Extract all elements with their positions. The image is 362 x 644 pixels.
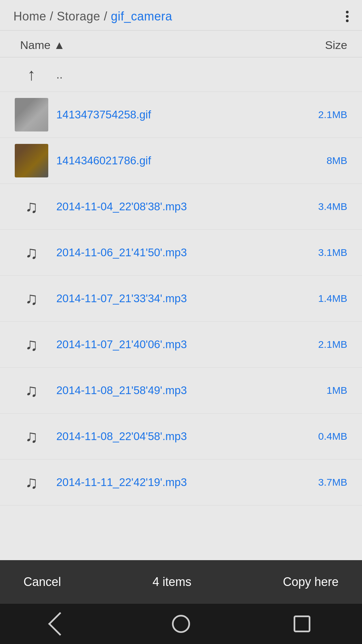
file-size-label: 2.1MB <box>310 109 347 120</box>
breadcrumb-storage[interactable]: Storage <box>57 9 101 23</box>
music-file-icon: ♫ <box>15 374 48 407</box>
file-size-label: 1.4MB <box>310 293 347 304</box>
navigation-bar <box>0 604 362 644</box>
file-size-label: 2.1MB <box>310 339 347 350</box>
items-count-label: 4 items <box>153 575 191 589</box>
breadcrumb-sep1: / <box>46 9 57 23</box>
list-item[interactable]: ♫ 2014-11-06_21'41'50'.mp3 3.1MB <box>0 230 362 276</box>
music-file-icon: ♫ <box>15 466 48 499</box>
parent-dir-label: .. <box>56 68 63 81</box>
file-size-label: 0.4MB <box>310 431 347 442</box>
file-thumbnail-icon <box>15 144 48 177</box>
music-file-icon: ♫ <box>15 236 48 269</box>
music-file-icon: ♫ <box>15 190 48 223</box>
file-name-label: 2014-11-04_22'08'38'.mp3 <box>56 200 305 213</box>
breadcrumb-sep2: / <box>100 9 111 23</box>
file-list: ↑ .. 1413473754258.gif 2.1MB 14143460217… <box>0 57 362 560</box>
column-headers: Name ▲ Size <box>0 31 362 57</box>
file-thumbnail-icon <box>15 98 48 131</box>
list-item[interactable]: ♫ 2014-11-11_22'42'19'.mp3 3.7MB <box>0 460 362 505</box>
file-name-label: 2014-11-08_21'58'49'.mp3 <box>56 384 305 397</box>
list-item[interactable]: ♫ 2014-11-07_21'40'06'.mp3 2.1MB <box>0 322 362 368</box>
parent-directory-item[interactable]: ↑ .. <box>0 57 362 92</box>
recents-icon <box>294 615 310 632</box>
file-size-label: 8MB <box>310 155 347 166</box>
nav-home-button[interactable] <box>172 615 190 633</box>
cancel-button[interactable]: Cancel <box>13 568 71 596</box>
file-size-label: 3.1MB <box>310 247 347 258</box>
list-item[interactable]: 1413473754258.gif 2.1MB <box>0 92 362 138</box>
breadcrumb: Home / Storage / gif_camera <box>13 9 172 23</box>
file-name-label: 1414346021786.gif <box>56 154 305 167</box>
name-column-header[interactable]: Name ▲ <box>20 39 65 52</box>
file-name-label: 2014-11-06_21'41'50'.mp3 <box>56 246 305 259</box>
file-name-label: 2014-11-07_21'33'34'.mp3 <box>56 292 305 305</box>
music-file-icon: ♫ <box>15 328 48 361</box>
bottom-action-bar: Cancel 4 items Copy here <box>0 560 362 604</box>
breadcrumb-home[interactable]: Home <box>13 9 46 23</box>
nav-back-button[interactable] <box>52 615 68 632</box>
file-size-label: 3.7MB <box>310 477 347 488</box>
file-size-label: 1MB <box>310 385 347 396</box>
list-item[interactable]: 1414346021786.gif 8MB <box>0 138 362 184</box>
music-file-icon: ♫ <box>15 282 48 315</box>
file-name-label: 1413473754258.gif <box>56 108 305 121</box>
file-name-label: 2014-11-08_22'04'58'.mp3 <box>56 430 305 443</box>
nav-recents-button[interactable] <box>294 615 310 632</box>
up-arrow-icon: ↑ <box>15 65 48 84</box>
list-item[interactable]: ♫ 2014-11-07_21'33'34'.mp3 1.4MB <box>0 276 362 322</box>
file-name-label: 2014-11-07_21'40'06'.mp3 <box>56 338 305 351</box>
size-column-header: Size <box>325 39 347 52</box>
back-icon <box>48 612 72 636</box>
file-size-label: 3.4MB <box>310 201 347 212</box>
breadcrumb-current[interactable]: gif_camera <box>111 9 172 23</box>
list-item[interactable]: ♫ 2014-11-08_21'58'49'.mp3 1MB <box>0 368 362 414</box>
music-file-icon: ♫ <box>15 420 48 453</box>
file-list-container: 1413473754258.gif 2.1MB 1414346021786.gi… <box>0 92 362 505</box>
list-item[interactable]: ♫ 2014-11-08_22'04'58'.mp3 0.4MB <box>0 414 362 460</box>
more-options-button[interactable] <box>346 11 349 22</box>
copy-here-button[interactable]: Copy here <box>273 568 349 596</box>
file-name-label: 2014-11-11_22'42'19'.mp3 <box>56 476 305 489</box>
list-item[interactable]: ♫ 2014-11-04_22'08'38'.mp3 3.4MB <box>0 184 362 230</box>
home-icon <box>172 615 190 633</box>
header: Home / Storage / gif_camera <box>0 0 362 31</box>
